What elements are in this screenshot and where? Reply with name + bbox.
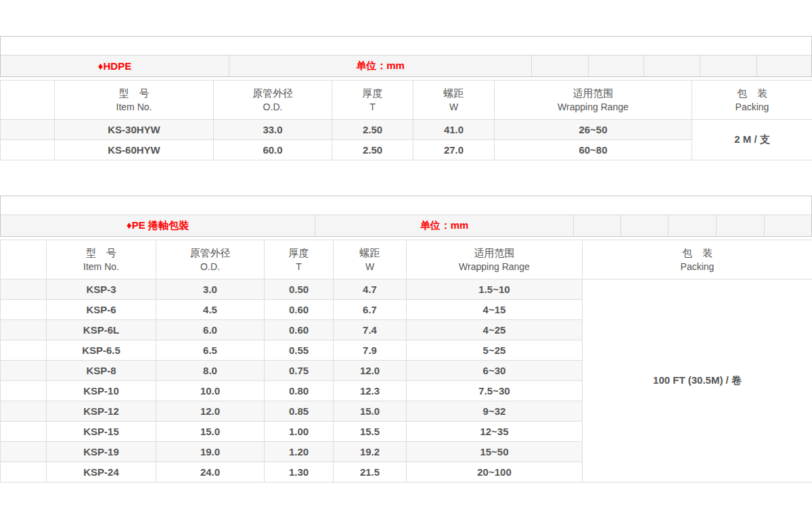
hdpe-title-cell: ♦HDPE (1, 55, 229, 76)
cell-od: 24.0 (156, 462, 265, 483)
col-header-t-en: T (332, 100, 413, 114)
hdpe-band-empty-row (1, 37, 811, 55)
pe-section-band: ♦PE 捲軸包裝 单位：mm (0, 196, 812, 237)
pe-band-spacer-cell (765, 215, 811, 236)
cell-od: 6.0 (156, 320, 265, 340)
cell-thickness: 0.80 (265, 381, 334, 401)
col-header-od-cn: 原管外径 (214, 86, 332, 100)
table-row: KSP-3 3.0 0.50 4.7 1.5~10 100 FT (30.5M)… (1, 279, 812, 300)
row-empty-cell (1, 340, 47, 361)
cell-thickness: 2.50 (332, 120, 413, 140)
cell-range: 15~50 (407, 442, 583, 462)
hdpe-band-spacer-cell (644, 55, 700, 76)
cell-item-no: KS-60HYW (55, 140, 214, 160)
cell-range: 7.5~30 (407, 381, 583, 401)
col-header-packing-en: Packing (692, 100, 812, 114)
cell-item-no: KSP-6L (47, 320, 156, 340)
row-empty-cell (1, 381, 47, 401)
col-header-t-cn: 厚度 (332, 86, 413, 100)
cell-od: 8.0 (156, 361, 265, 381)
cell-item-no: KSP-6 (47, 300, 156, 320)
cell-thickness: 0.55 (265, 340, 334, 361)
hdpe-band-spacer-cell (532, 55, 589, 76)
row-empty-cell (1, 279, 47, 300)
pe-section-title: ♦PE 捲軸包裝 (127, 219, 189, 232)
hdpe-col-header-w: 螺距 W (413, 81, 495, 120)
row-empty-cell (1, 361, 47, 381)
cell-pitch: 4.7 (334, 279, 407, 300)
pe-col-header-packing: 包 装 Packing (583, 240, 812, 279)
cell-item-no: KSP-24 (47, 462, 156, 483)
cell-packing-merged: 2 M / 支 (692, 120, 812, 160)
cell-thickness: 2.50 (332, 140, 413, 160)
cell-od: 19.0 (156, 442, 265, 462)
row-empty-cell (1, 442, 47, 462)
col-header-w-en: W (413, 100, 494, 114)
cell-od: 3.0 (156, 279, 265, 300)
cell-item-no: KS-30HYW (55, 120, 214, 140)
col-header-range-en: Wrapping Range (495, 100, 692, 114)
col-header-t-en: T (265, 260, 333, 274)
hdpe-col-header-od: 原管外径 O.D. (214, 81, 332, 120)
hdpe-header-row: 型 号 Item No. 原管外径 O.D. 厚度 T 螺距 W 适用范围 (1, 81, 812, 120)
table-row: KS-30HYW 33.0 2.50 41.0 26~50 2 M / 支 (1, 120, 812, 140)
cell-od: 60.0 (214, 140, 332, 160)
col-header-item-en: Item No. (47, 260, 156, 274)
col-header-packing-cn: 包 装 (583, 246, 812, 260)
col-header-w-en: W (334, 260, 406, 274)
row-empty-cell (1, 300, 47, 320)
spec-page: ♦HDPE 单位：mm 型 号 Item No. (0, 36, 812, 483)
pe-band-empty-row (1, 196, 811, 215)
row-empty-cell (1, 462, 47, 483)
pe-col-header-w: 螺距 W (334, 240, 407, 279)
cell-thickness: 1.20 (265, 442, 334, 462)
cell-od: 12.0 (156, 401, 265, 422)
pe-band-spacer-cell (669, 215, 717, 236)
pe-col-header-od: 原管外径 O.D. (156, 240, 265, 279)
hdpe-band-spacer-cell (589, 55, 644, 76)
cell-range: 12~35 (407, 422, 583, 442)
cell-range: 6~30 (407, 361, 583, 381)
cell-range: 1.5~10 (407, 279, 583, 300)
cell-item-no: KSP-19 (47, 442, 156, 462)
hdpe-unit-label: 单位：mm (356, 60, 405, 72)
row-empty-cell (1, 422, 47, 442)
cell-thickness: 0.50 (265, 279, 334, 300)
col-header-item-cn: 型 号 (47, 246, 156, 260)
cell-od: 4.5 (156, 300, 265, 320)
cell-od: 15.0 (156, 422, 265, 442)
col-header-w-cn: 螺距 (334, 246, 406, 260)
cell-od: 6.5 (156, 340, 265, 361)
col-header-item-en: Item No. (55, 100, 213, 114)
col-header-packing-en: Packing (583, 260, 812, 274)
pe-header-row: 型 号 Item No. 原管外径 O.D. 厚度 T 螺距 W 适用范围 (1, 240, 812, 279)
pe-header-empty-cell (1, 240, 47, 279)
cell-thickness: 1.00 (265, 422, 334, 442)
col-header-od-cn: 原管外径 (156, 246, 264, 260)
cell-pitch: 12.0 (334, 361, 407, 381)
cell-pitch: 12.3 (334, 381, 407, 401)
cell-range: 4~25 (407, 320, 583, 340)
col-header-packing-cn: 包 装 (692, 86, 812, 100)
col-header-t-cn: 厚度 (265, 246, 333, 260)
pe-unit-label: 单位：mm (420, 219, 469, 232)
cell-item-no: KSP-10 (47, 381, 156, 401)
row-empty-cell (1, 140, 55, 160)
hdpe-col-header-item: 型 号 Item No. (55, 81, 214, 120)
hdpe-col-header-packing: 包 装 Packing (692, 81, 812, 120)
pe-col-header-range: 适用范围 Wrapping Range (407, 240, 583, 279)
cell-pitch: 15.5 (334, 422, 407, 442)
hdpe-unit-cell: 单位：mm (229, 55, 532, 76)
hdpe-band-header-row: ♦HDPE 单位：mm (1, 55, 811, 76)
cell-thickness: 0.60 (265, 320, 334, 340)
cell-thickness: 1.30 (265, 462, 334, 483)
hdpe-band-spacer-cell (757, 55, 811, 76)
cell-range: 26~50 (495, 120, 692, 140)
cell-range: 60~80 (495, 140, 692, 160)
cell-pitch: 15.0 (334, 401, 407, 422)
hdpe-header-empty-cell (1, 81, 55, 120)
cell-pitch: 7.9 (334, 340, 407, 361)
cell-thickness: 0.60 (265, 300, 334, 320)
hdpe-section-band: ♦HDPE 单位：mm (0, 36, 812, 77)
pe-band-spacer-cell (717, 215, 765, 236)
